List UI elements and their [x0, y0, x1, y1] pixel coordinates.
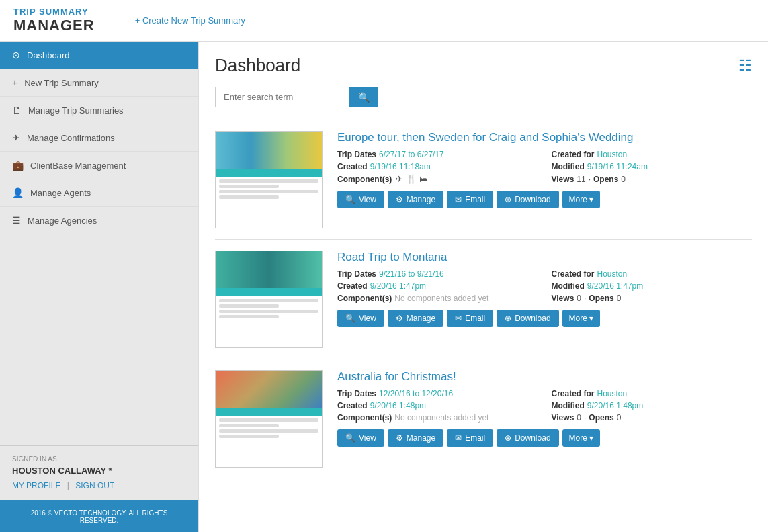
- view-button[interactable]: 🔍 View: [337, 191, 384, 208]
- opens-label: Opens: [589, 413, 613, 423]
- modified-label: Modified: [552, 401, 585, 410]
- sidebar-item-manage-agencies[interactable]: ☰ Manage Agencies: [0, 207, 198, 234]
- modified-row: Modified 9/20/16 1:48pm: [552, 401, 753, 410]
- divider: [215, 120, 752, 120]
- plane-icon: ✈: [12, 132, 20, 143]
- trip-dates-value: 6/27/17 to 6/27/17: [379, 150, 444, 159]
- search-input[interactable]: [215, 87, 349, 107]
- more-button[interactable]: More ▾: [562, 429, 601, 447]
- signed-in-label: SIGNED IN AS: [12, 455, 186, 463]
- trip-dates-label: Trip Dates: [337, 150, 376, 159]
- created-value: 9/20/16 1:48pm: [370, 401, 426, 410]
- thumbnail-line: [219, 310, 318, 313]
- thumbnail-line-short: [219, 435, 279, 438]
- sidebar-item-dashboard[interactable]: ⊙ Dashboard: [0, 42, 198, 69]
- email-button[interactable]: ✉ Email: [447, 310, 493, 327]
- download-icon: ⊕: [505, 433, 511, 443]
- sidebar-item-clientbase[interactable]: 💼 ClientBase Management: [0, 152, 198, 179]
- trip-meta-grid: Trip Dates 9/21/16 to 9/21/16 Created fo…: [337, 269, 752, 303]
- created-for-label: Created for: [552, 389, 595, 398]
- trip-actions: 🔍 View ⚙ Manage ✉ Email ⊕ Download More …: [337, 429, 752, 447]
- list-icon: ☰: [12, 215, 21, 226]
- view-button[interactable]: 🔍 View: [337, 310, 384, 327]
- sidebar-item-manage-agents[interactable]: 👤 Manage Agents: [0, 179, 198, 207]
- thumbnail-line-short: [219, 424, 279, 427]
- grid-list-icon[interactable]: ☷: [738, 57, 752, 75]
- trip-cards-container: Europe tour, then Sweden for Craig and S…: [215, 131, 752, 478]
- dot-separator: ·: [589, 175, 591, 184]
- email-icon: ✉: [455, 195, 462, 204]
- sign-out-link[interactable]: SIGN OUT: [75, 481, 114, 490]
- views-value: 0: [577, 413, 581, 423]
- manage-button[interactable]: ⚙ Manage: [388, 310, 443, 327]
- content-header: Dashboard ☷: [215, 55, 752, 76]
- no-components-text: No components added yet: [394, 294, 488, 303]
- sidebar-item-manage-confirmations[interactable]: ✈ Manage Confirmations: [0, 124, 198, 152]
- content-area: Dashboard ☷ 🔍 Europe tour, then Sweden f…: [198, 42, 768, 532]
- sidebar-item-label: New Trip Summary: [24, 78, 99, 88]
- sidebar-item-manage-trips[interactable]: 🗋 Manage Trip Summaries: [0, 97, 198, 124]
- bed-component-icon: 🛏: [419, 174, 428, 184]
- sidebar-footer: 2016 © VECTO TECHNOLOGY. ALL RIGHTS RESE…: [0, 500, 198, 532]
- created-for-row: Created for Houston: [552, 389, 753, 398]
- modified-value: 9/20/16 1:48pm: [587, 401, 643, 410]
- create-new-link[interactable]: + Create New Trip Summary: [135, 15, 245, 26]
- thumbnail-mid-bar: [216, 288, 322, 296]
- trip-title: Europe tour, then Sweden for Craig and S…: [337, 131, 752, 144]
- opens-label: Opens: [593, 175, 618, 184]
- views-opens-row: Views 11 · Opens 0: [552, 174, 753, 184]
- manage-button[interactable]: ⚙ Manage: [388, 191, 443, 208]
- more-button[interactable]: More ▾: [562, 310, 601, 327]
- modified-value: 9/19/16 11:24am: [587, 162, 648, 171]
- main-layout: ⊙ Dashboard + New Trip Summary 🗋 Manage …: [0, 42, 768, 532]
- download-button[interactable]: ⊕ Download: [497, 310, 558, 327]
- dot-separator: ·: [584, 294, 586, 303]
- search-icon: 🔍: [345, 433, 355, 443]
- email-button[interactable]: ✉ Email: [447, 191, 493, 208]
- thumbnail-line: [219, 179, 318, 183]
- thumbnail-line-short: [219, 304, 279, 308]
- components-label: Component(s): [337, 413, 392, 423]
- thumbnail-mid-bar: [216, 169, 322, 177]
- signed-in-name: HOUSTON CALLAWAY *: [12, 466, 186, 476]
- plus-icon: +: [12, 77, 17, 88]
- sidebar-item-label: Manage Trip Summaries: [28, 105, 124, 116]
- signed-in-section: SIGNED IN AS HOUSTON CALLAWAY * MY PROFI…: [0, 445, 198, 500]
- my-profile-link[interactable]: MY PROFILE: [12, 481, 60, 490]
- download-button[interactable]: ⊕ Download: [497, 191, 558, 208]
- thumbnail-line: [219, 190, 318, 193]
- briefcase-icon: 💼: [12, 160, 24, 171]
- top-bar: TRIP SUMMARY MANAGER + Create New Trip S…: [0, 0, 768, 42]
- search-button[interactable]: 🔍: [349, 87, 378, 107]
- thumbnail-top-image: [216, 132, 322, 169]
- views-label: Views: [552, 175, 574, 184]
- sidebar-item-label: Manage Agents: [30, 188, 91, 198]
- thumbnail-body: [216, 296, 322, 347]
- manage-button[interactable]: ⚙ Manage: [388, 429, 443, 447]
- views-opens-row: Views 0 · Opens 0: [552, 294, 753, 303]
- created-for-row: Created for Houston: [552, 269, 753, 279]
- components-row: Component(s) No components added yet: [337, 413, 538, 423]
- download-button[interactable]: ⊕ Download: [497, 429, 558, 447]
- logo: TRIP SUMMARY MANAGER: [13, 7, 95, 34]
- created-value: 9/20/16 1:47pm: [370, 281, 426, 291]
- thumbnail-line: [219, 299, 318, 302]
- view-button[interactable]: 🔍 View: [337, 429, 384, 447]
- search-bar: 🔍: [215, 87, 752, 107]
- sidebar-item-new-trip[interactable]: + New Trip Summary: [0, 69, 198, 97]
- modified-row: Modified 9/20/16 1:47pm: [552, 281, 753, 291]
- footer-text: 2016 © VECTO TECHNOLOGY. ALL RIGHTS RESE…: [31, 509, 168, 524]
- more-button[interactable]: More ▾: [562, 191, 601, 208]
- trip-dates-value: 12/20/16 to 12/20/16: [379, 389, 453, 398]
- trip-actions: 🔍 View ⚙ Manage ✉ Email ⊕ Download More …: [337, 191, 752, 208]
- email-button[interactable]: ✉ Email: [447, 429, 493, 447]
- sidebar-nav: ⊙ Dashboard + New Trip Summary 🗋 Manage …: [0, 42, 198, 445]
- gear-icon: ⚙: [396, 433, 403, 443]
- dot-separator: ·: [584, 413, 586, 423]
- email-icon: ✉: [455, 314, 462, 323]
- created-row: Created 9/20/16 1:48pm: [337, 401, 538, 410]
- thumbnail-line: [219, 418, 318, 422]
- no-components-text: No components added yet: [394, 413, 488, 423]
- sidebar-item-label: Dashboard: [27, 50, 70, 60]
- trip-card: Road Trip to Montana Trip Dates 9/21/16 …: [215, 251, 752, 359]
